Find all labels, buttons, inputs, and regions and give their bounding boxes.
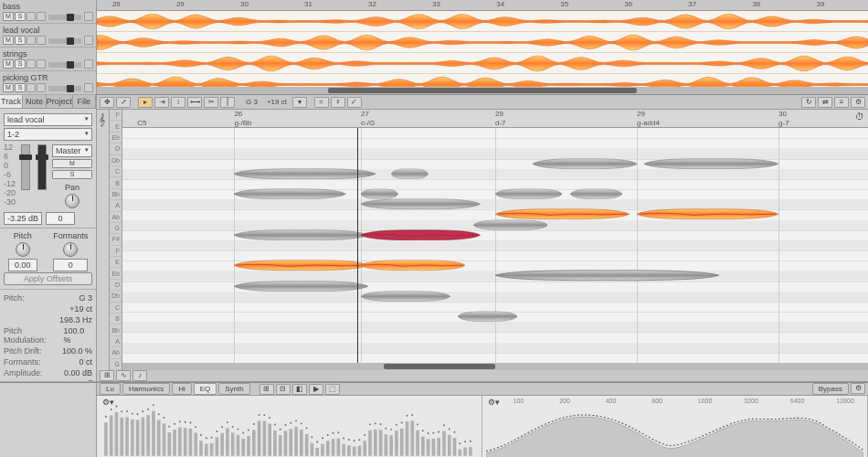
input-icon[interactable]: [37, 36, 46, 45]
tool-quantize[interactable]: ♯: [331, 97, 345, 108]
spectrum-tab-lo[interactable]: Lo: [100, 383, 121, 395]
track-color-icon[interactable]: [84, 12, 93, 21]
note-blob[interactable]: [570, 188, 622, 199]
tool-range[interactable]: ⇥: [154, 97, 169, 108]
spectrum-tab-eq[interactable]: EQ: [194, 383, 217, 395]
tool-nudge-down[interactable]: ▾: [292, 97, 307, 108]
tool-separate[interactable]: ⎮: [220, 97, 235, 108]
tool-pointer[interactable]: ▸: [138, 97, 153, 108]
note-blob[interactable]: [391, 168, 429, 179]
track-header[interactable]: picking GTR M S: [0, 71, 96, 95]
record-icon[interactable]: [26, 59, 36, 69]
arrange-lanes[interactable]: 282930313233343536373839: [97, 0, 868, 94]
track-header[interactable]: strings M S: [0, 48, 96, 71]
master-select[interactable]: Master: [52, 144, 92, 157]
pitch-knob[interactable]: [16, 242, 30, 257]
inspector-tab-track[interactable]: Track: [0, 95, 23, 108]
bypass-button[interactable]: Bypass: [812, 383, 849, 395]
tool-list[interactable]: ≡: [834, 97, 849, 108]
track-color-icon[interactable]: [84, 83, 93, 92]
solo-button[interactable]: S: [15, 12, 26, 21]
arrange-lane[interactable]: [97, 11, 868, 32]
note-blob[interactable]: [637, 208, 778, 219]
spectrum-tab-harmonics[interactable]: Harmonics: [122, 383, 170, 395]
note-blob[interactable]: [533, 158, 637, 169]
note-blob[interactable]: [361, 291, 450, 302]
spectrum-tool[interactable]: ▶: [309, 384, 323, 395]
spectrum-tool[interactable]: ⊟: [276, 384, 291, 395]
mute-button[interactable]: M: [3, 83, 14, 92]
record-icon[interactable]: [26, 36, 36, 45]
tool-cut[interactable]: ✂: [204, 97, 218, 108]
note-blob[interactable]: [458, 311, 517, 322]
input-icon[interactable]: [37, 12, 46, 21]
inspector-tab-file[interactable]: File: [73, 95, 96, 108]
tool-correct[interactable]: ✓: [347, 97, 362, 108]
input-icon[interactable]: [37, 59, 46, 69]
tool-zoom[interactable]: ⤢: [116, 97, 131, 108]
tool-stretch[interactable]: ⟷: [187, 97, 202, 108]
note-blob[interactable]: [644, 158, 778, 169]
arrange-timeline[interactable]: 282930313233343536373839: [97, 0, 868, 11]
arrange-lane[interactable]: [97, 53, 868, 74]
inspector-tab-note[interactable]: Note: [23, 95, 46, 108]
pan-knob[interactable]: [65, 194, 79, 208]
formants-knob[interactable]: [63, 242, 78, 257]
harmonic-bars-chart[interactable]: ⚙▾: [97, 396, 482, 457]
note-rows[interactable]: [122, 128, 868, 363]
formants-value[interactable]: 0: [53, 259, 88, 271]
solo-button[interactable]: S: [52, 170, 92, 179]
spectrum-tab-hi[interactable]: Hi: [172, 383, 192, 395]
record-icon[interactable]: [26, 12, 36, 21]
note-blob[interactable]: [361, 229, 481, 240]
note-blob[interactable]: [361, 260, 465, 271]
input-icon[interactable]: [37, 83, 46, 92]
note-scrollbar[interactable]: [122, 363, 868, 370]
pan-value[interactable]: 0: [46, 212, 75, 225]
spectrum-tool[interactable]: ◧: [292, 384, 307, 395]
mute-button[interactable]: M: [52, 159, 92, 168]
spectrum-settings-icon[interactable]: ⚙: [851, 383, 865, 394]
arrange-lane[interactable]: [97, 32, 868, 53]
tool-cycle[interactable]: ↻: [801, 97, 816, 108]
note-timeline[interactable]: ⏱ 2627282930C5g-/Bbc-/Gd-7g-add4g-7: [122, 110, 868, 128]
spectrum-tab-synth[interactable]: Synth: [218, 383, 249, 395]
tool-pitch[interactable]: ↕: [171, 97, 185, 108]
track-fader[interactable]: [48, 62, 81, 68]
track-select[interactable]: lead vocal: [4, 113, 92, 126]
track-header[interactable]: bass M S: [0, 0, 96, 24]
inspector-tab-project[interactable]: Project: [47, 95, 73, 108]
track-fader[interactable]: [48, 15, 81, 20]
tool-settings[interactable]: ⚙: [851, 97, 865, 108]
mute-button[interactable]: M: [3, 36, 14, 45]
track-fader[interactable]: [48, 86, 81, 91]
gain-fader[interactable]: [21, 144, 30, 190]
solo-button[interactable]: S: [15, 59, 26, 69]
note-blob[interactable]: [361, 198, 481, 209]
note-blob[interactable]: [495, 188, 562, 199]
playhead[interactable]: [357, 128, 358, 363]
spectrum-tool[interactable]: ⊞: [259, 384, 274, 395]
footer-tool-3[interactable]: ♪: [132, 370, 147, 381]
note-blob[interactable]: [234, 281, 368, 292]
metronome-icon[interactable]: ⏱: [855, 112, 864, 122]
mute-button[interactable]: M: [3, 12, 14, 21]
range-select[interactable]: 1-2: [4, 128, 92, 141]
apply-offsets-button[interactable]: Apply Offsets: [4, 272, 92, 285]
track-color-icon[interactable]: [84, 59, 93, 69]
track-header[interactable]: lead vocal M S: [0, 24, 96, 48]
note-blob[interactable]: [495, 270, 719, 281]
arrange-scrollbar[interactable]: [97, 87, 868, 94]
note-blob[interactable]: [234, 260, 368, 271]
note-blob[interactable]: [234, 188, 345, 199]
tool-snap[interactable]: ⌗: [314, 97, 329, 108]
record-icon[interactable]: [26, 83, 36, 92]
solo-button[interactable]: S: [15, 36, 26, 45]
footer-tool-1[interactable]: ⊞: [100, 370, 114, 381]
gain-value[interactable]: -3.25 dB: [4, 212, 42, 225]
track-fader[interactable]: [48, 38, 81, 44]
chart-settings-icon[interactable]: ⚙▾: [102, 398, 114, 407]
note-blob[interactable]: [234, 229, 368, 240]
note-grid[interactable]: ⏱ 2627282930C5g-/Bbc-/Gd-7g-add4g-7: [122, 110, 868, 370]
tool-link[interactable]: ⇄: [818, 97, 832, 108]
